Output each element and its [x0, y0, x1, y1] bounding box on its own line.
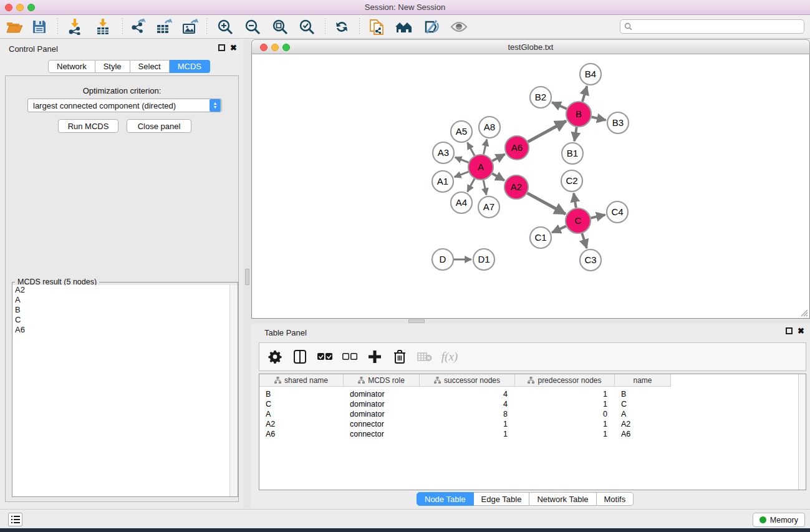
- cell-name[interactable]: A2: [615, 419, 671, 429]
- node-A4[interactable]: A4: [451, 192, 472, 213]
- import-table-icon[interactable]: [92, 17, 113, 36]
- edge-C-C3[interactable]: [582, 233, 587, 248]
- network-window-titlebar[interactable]: testGlobe.txt: [251, 39, 810, 54]
- edge-B-B1[interactable]: [574, 127, 577, 142]
- cell-name[interactable]: A: [615, 409, 671, 419]
- edge-C-C1[interactable]: [552, 226, 566, 233]
- table-row[interactable]: Bdominator41B: [259, 389, 671, 399]
- cell-MCDS-role[interactable]: dominator: [344, 389, 420, 399]
- table-scrollbar[interactable]: [798, 374, 806, 490]
- export-table-icon[interactable]: [153, 17, 175, 36]
- settings-gear-icon[interactable]: [267, 349, 283, 365]
- column-header-name[interactable]: name: [615, 374, 671, 387]
- node-A5[interactable]: A5: [451, 121, 472, 142]
- run-mcds-button[interactable]: Run MCDS: [58, 119, 118, 133]
- node-table[interactable]: shared nameMCDS rolesuccessor nodesprede…: [259, 374, 806, 490]
- node-A[interactable]: A: [468, 155, 493, 180]
- tab-edge-table[interactable]: Edge Table: [474, 492, 530, 506]
- select-all-checkboxes-icon[interactable]: [317, 349, 333, 365]
- edge-B-B2[interactable]: [552, 102, 567, 109]
- search-input[interactable]: [632, 22, 804, 31]
- result-item[interactable]: C: [12, 315, 238, 325]
- cell-MCDS-role[interactable]: dominator: [344, 409, 420, 419]
- cell-predecessor-nodes[interactable]: 1: [515, 389, 615, 399]
- cell-shared-name[interactable]: B: [259, 389, 344, 399]
- edge-A6-B[interactable]: [528, 121, 566, 142]
- edge-C-C2[interactable]: [574, 193, 576, 208]
- vertical-splitter[interactable]: [243, 39, 251, 508]
- edge-A-A6[interactable]: [493, 154, 505, 161]
- cell-predecessor-nodes[interactable]: 1: [515, 419, 615, 429]
- node-A2[interactable]: A2: [504, 175, 528, 199]
- node-A3[interactable]: A3: [433, 142, 454, 163]
- import-network-icon[interactable]: [64, 17, 85, 36]
- cell-successor-nodes[interactable]: 1: [420, 429, 515, 439]
- result-item[interactable]: A: [12, 295, 238, 305]
- node-D[interactable]: D: [432, 249, 453, 270]
- edge-A-A5[interactable]: [468, 143, 475, 156]
- close-panel-icon[interactable]: ✖: [230, 44, 237, 51]
- tab-style[interactable]: Style: [95, 60, 130, 73]
- task-history-button[interactable]: [8, 513, 22, 526]
- cell-MCDS-role[interactable]: dominator: [344, 399, 420, 409]
- node-B4[interactable]: B4: [580, 64, 601, 85]
- node-A8[interactable]: A8: [479, 117, 500, 138]
- cell-predecessor-nodes[interactable]: 0: [515, 409, 615, 419]
- add-column-icon[interactable]: [367, 349, 383, 365]
- export-network-icon[interactable]: [127, 17, 148, 36]
- tab-network[interactable]: Network: [48, 60, 95, 73]
- tab-motifs[interactable]: Motifs: [597, 492, 634, 506]
- node-D1[interactable]: D1: [473, 249, 494, 270]
- tab-network-table[interactable]: Network Table: [529, 492, 596, 506]
- zoom-out-icon[interactable]: [242, 17, 263, 36]
- tab-mcds[interactable]: MCDS: [170, 60, 210, 73]
- save-session-icon[interactable]: [29, 17, 50, 36]
- export-image-icon[interactable]: [180, 17, 201, 36]
- edge-A-A8[interactable]: [483, 140, 486, 155]
- network-graph[interactable]: B4B2BB3B1A5A8A6A3AA1A2C2A4A7CC4C1C3DD1: [252, 54, 809, 317]
- column-header-MCDS-role[interactable]: MCDS role: [344, 374, 420, 387]
- delete-column-icon[interactable]: [392, 349, 408, 365]
- result-item[interactable]: A6: [12, 325, 238, 335]
- mcds-result-list[interactable]: A2ABCA6: [12, 285, 238, 496]
- edge-A-A4[interactable]: [468, 178, 475, 191]
- horizontal-splitter[interactable]: [251, 319, 810, 324]
- open-file-icon[interactable]: [4, 17, 25, 36]
- edge-A-A1[interactable]: [455, 172, 469, 177]
- float-table-panel-icon[interactable]: [786, 327, 793, 334]
- node-C4[interactable]: C4: [607, 201, 628, 223]
- network-close-button[interactable]: [260, 44, 268, 51]
- cell-successor-nodes[interactable]: 1: [420, 419, 515, 429]
- zoom-in-icon[interactable]: [215, 17, 236, 36]
- search-box[interactable]: [620, 19, 804, 34]
- column-header-predecessor-nodes[interactable]: predecessor nodes: [515, 374, 615, 387]
- optimization-criterion-select[interactable]: largest connected component (directed) ▲…: [27, 99, 222, 112]
- delete-table-icon[interactable]: [417, 349, 433, 365]
- cell-name[interactable]: B: [615, 389, 671, 399]
- result-list-scrollbar[interactable]: [229, 285, 238, 496]
- node-A7[interactable]: A7: [478, 196, 499, 218]
- cell-predecessor-nodes[interactable]: 1: [515, 399, 615, 409]
- cell-name[interactable]: C: [615, 399, 671, 409]
- node-C1[interactable]: C1: [530, 227, 551, 248]
- close-panel-button[interactable]: Close panel: [127, 119, 191, 133]
- edge-A2-C[interactable]: [528, 193, 566, 214]
- table-row[interactable]: Cdominator41C: [259, 399, 671, 409]
- network-minimize-button[interactable]: [271, 44, 279, 51]
- edge-B-B3[interactable]: [591, 117, 605, 120]
- minimize-window-button[interactable]: [16, 4, 24, 11]
- table-row[interactable]: A6connector11A6: [259, 429, 671, 439]
- node-A1[interactable]: A1: [432, 171, 453, 192]
- result-item[interactable]: B: [12, 305, 238, 315]
- unselect-all-checkboxes-icon[interactable]: [342, 349, 358, 365]
- function-builder-icon[interactable]: f(x): [441, 349, 458, 365]
- node-B3[interactable]: B3: [607, 112, 629, 133]
- edge-A-A2[interactable]: [492, 173, 504, 180]
- column-header-successor-nodes[interactable]: successor nodes: [420, 374, 515, 387]
- network-maximize-button[interactable]: [282, 44, 290, 51]
- memory-button[interactable]: Memory: [753, 513, 805, 527]
- node-A6[interactable]: A6: [505, 136, 529, 160]
- node-B1[interactable]: B1: [562, 143, 583, 164]
- zoom-fit-icon[interactable]: [269, 17, 291, 36]
- show-columns-icon[interactable]: [292, 349, 308, 365]
